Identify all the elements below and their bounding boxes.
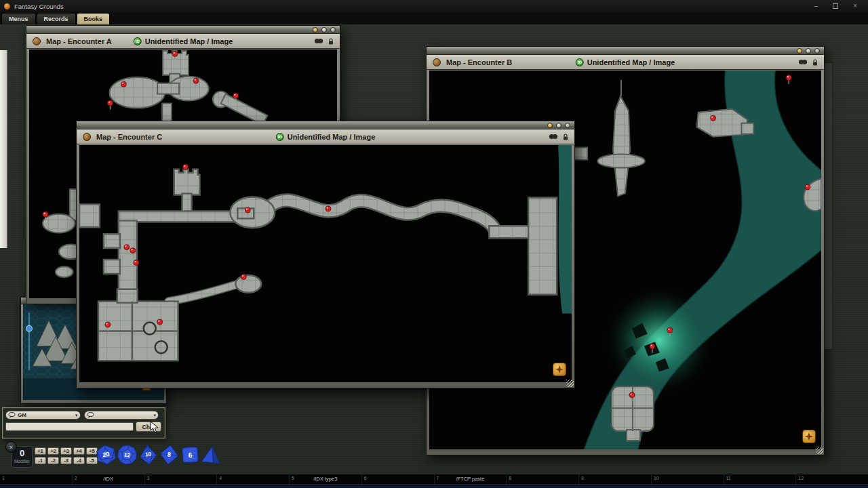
window-close-icon[interactable] <box>565 123 570 128</box>
hotkey-slot-9[interactable]: 9 <box>578 474 651 484</box>
modifier-minus-button[interactable]: -4 <box>73 457 85 464</box>
d6-die[interactable]: 6 <box>179 443 201 466</box>
tab-menus[interactable]: Menus <box>1 13 36 24</box>
die-label: 10 <box>144 451 151 458</box>
d12-die[interactable]: 12 <box>115 443 140 467</box>
window-titlebar[interactable]: Map - Encounter A ID Unidentified Map / … <box>26 34 340 49</box>
window-edge-sliver[interactable] <box>0 50 7 248</box>
window-control-icon[interactable] <box>797 48 802 54</box>
chat-panel: GM ▾ ▾ Chat <box>2 407 165 439</box>
map-menu-button[interactable] <box>553 363 566 376</box>
taskbar-strip <box>0 484 868 488</box>
lock-icon[interactable] <box>328 38 334 45</box>
modifier-plus-button[interactable]: +1 <box>35 447 46 455</box>
window-drag-bar[interactable] <box>77 121 574 129</box>
die-label: 20 <box>102 451 111 458</box>
hotkey-slot-7[interactable]: 7/FTCP paste <box>434 474 507 484</box>
os-titlebar[interactable]: Fantasy Grounds – × <box>0 0 868 12</box>
window-control-icon[interactable] <box>313 27 318 33</box>
id-icon[interactable]: ID <box>276 133 284 141</box>
modifier-minus-button[interactable]: -1 <box>35 457 46 464</box>
window-orb-icon <box>433 58 441 66</box>
hotkey-label: /IDX type3 <box>290 476 361 482</box>
window-edge-sliver[interactable] <box>823 62 833 350</box>
player-view-icon[interactable] <box>798 59 808 65</box>
hotkey-number: 9 <box>581 476 584 481</box>
map-id-badge: ID Unidentified Map / Image <box>134 37 233 45</box>
window-drag-bar[interactable] <box>427 47 824 55</box>
water-edge <box>558 145 572 314</box>
hotkey-number: 10 <box>654 476 659 481</box>
hotkey-slot-6[interactable]: 6 <box>361 474 434 484</box>
window-title: Map - Encounter A <box>46 37 112 45</box>
modifier-label: Modifier <box>12 459 32 464</box>
map-window-c[interactable]: Map - Encounter C ID Unidentified Map / … <box>76 121 575 388</box>
window-control-icon[interactable] <box>321 27 327 33</box>
die-label: 6 <box>188 451 193 459</box>
player-view-icon[interactable] <box>549 134 558 140</box>
hotkey-bar: 1 2/IDX 3 4 5/IDX type3 6 7/FTCP paste 8… <box>0 474 868 488</box>
hotkey-number: 4 <box>219 476 222 481</box>
lock-icon[interactable] <box>812 59 818 66</box>
speech-bubble-icon <box>87 412 94 418</box>
map-c-image <box>79 145 572 382</box>
hotkey-slot-5[interactable]: 5/IDX type3 <box>289 474 361 484</box>
window-drag-bar[interactable] <box>26 26 340 34</box>
d8-die[interactable]: 8 <box>157 443 181 467</box>
window-title: Map - Encounter C <box>96 133 162 141</box>
window-control-icon[interactable] <box>806 48 811 54</box>
resize-grip[interactable] <box>566 380 574 387</box>
d4-die[interactable] <box>200 443 223 467</box>
hotkey-slot-11[interactable]: 11 <box>724 474 796 484</box>
hotkey-slot-12[interactable]: 12 <box>795 474 868 484</box>
window-close-icon[interactable] <box>814 48 820 54</box>
zoom-slider-handle[interactable] <box>26 325 33 331</box>
minimize-button[interactable]: – <box>814 3 818 9</box>
lock-icon[interactable] <box>563 134 568 140</box>
window-titlebar[interactable]: Map - Encounter B ID Unidentified Map / … <box>427 55 824 70</box>
hotkey-slot-3[interactable]: 3 <box>144 474 217 484</box>
modifier-plus-button[interactable]: +3 <box>60 447 72 455</box>
player-view-icon[interactable] <box>314 38 323 44</box>
hotkey-number: 8 <box>509 476 511 481</box>
speaker-dropdown[interactable]: GM ▾ <box>5 411 81 420</box>
modifier-minus-button[interactable]: -2 <box>47 457 59 464</box>
hotkey-slot-8[interactable]: 8 <box>506 474 578 484</box>
map-menu-button[interactable] <box>802 430 816 443</box>
window-control-icon[interactable] <box>556 123 561 128</box>
tab-records[interactable]: Records <box>37 13 76 24</box>
id-icon[interactable]: ID <box>134 37 142 45</box>
hotkey-slot-1[interactable]: 1 <box>0 474 72 484</box>
mouse-cursor <box>150 421 159 436</box>
hotkey-slot-2[interactable]: 2/IDX <box>72 474 144 484</box>
speaker-value: GM <box>18 412 74 418</box>
hotkey-label: /FTCP paste <box>435 476 507 482</box>
modifier-reset-icon[interactable]: × <box>5 441 17 453</box>
resize-grip[interactable] <box>816 447 823 454</box>
window-control-icon[interactable] <box>547 123 553 128</box>
hotkey-slot-4[interactable]: 4 <box>216 474 289 484</box>
d10-die[interactable]: 10 <box>136 443 159 466</box>
ribbon-tabbar: Menus Records Books <box>0 12 868 24</box>
compass-star-icon <box>805 432 813 441</box>
close-button[interactable]: × <box>853 3 857 9</box>
chevron-down-icon: ▾ <box>152 413 156 418</box>
modifier-plus-button[interactable]: +4 <box>73 447 85 455</box>
id-icon[interactable]: ID <box>576 58 584 66</box>
map-canvas-c[interactable] <box>79 145 572 382</box>
chat-input[interactable] <box>5 422 134 431</box>
app-title: Fantasy Grounds <box>14 3 64 10</box>
modifier-plus-button[interactable]: +2 <box>47 447 59 455</box>
tab-books[interactable]: Books <box>77 13 111 24</box>
window-title: Map - Encounter B <box>446 58 512 66</box>
voice-dropdown[interactable]: ▾ <box>84 411 159 420</box>
modifier-minus-button[interactable]: -3 <box>60 457 72 464</box>
window-titlebar[interactable]: Map - Encounter C ID Unidentified Map / … <box>77 129 574 144</box>
pillar <box>155 341 167 353</box>
window-close-icon[interactable] <box>330 27 336 33</box>
dice-row: 20 12 10 8 6 <box>96 444 222 466</box>
window-orb-icon <box>83 133 91 141</box>
map-id-badge: ID Unidentified Map / Image <box>276 133 376 141</box>
maximize-button[interactable] <box>833 3 838 9</box>
hotkey-slot-10[interactable]: 10 <box>651 474 724 484</box>
